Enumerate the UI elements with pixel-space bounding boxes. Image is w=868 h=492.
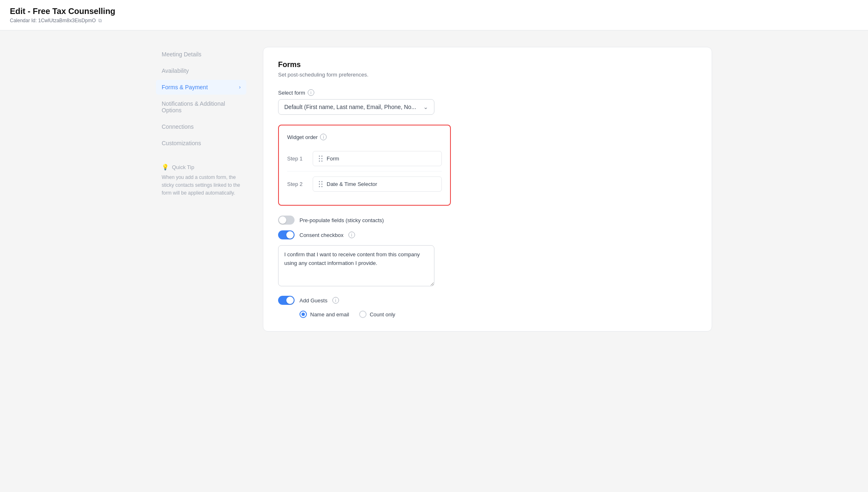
sidebar-item-availability[interactable]: Availability [156, 63, 246, 78]
pre-populate-label: Pre-populate fields (sticky contacts) [299, 217, 384, 223]
chevron-right-icon: › [239, 84, 241, 90]
sidebar-item-meeting-details[interactable]: Meeting Details [156, 47, 246, 62]
step-1-item: Form [313, 151, 442, 166]
step-2-item-label: Date & Time Selector [327, 181, 377, 187]
consent-toggle[interactable] [278, 230, 295, 239]
add-guests-row: Add Guests i [278, 296, 697, 305]
radio-group: Name and email Count only [299, 311, 697, 318]
main-layout: Meeting Details Availability Forms & Pay… [146, 30, 722, 348]
content-panel: Forms Set post-scheduling form preferenc… [263, 47, 712, 332]
add-guests-info-icon[interactable]: i [332, 297, 339, 304]
radio-circle-name-email [299, 311, 307, 318]
consent-info-icon[interactable]: i [348, 232, 355, 238]
page-header: Edit - Free Tax Counselling Calendar Id:… [0, 0, 868, 30]
select-form-info-icon[interactable]: i [308, 89, 314, 96]
select-form-label: Select form i [278, 89, 697, 96]
drag-handle-2[interactable] [319, 181, 323, 187]
sidebar-item-connections[interactable]: Connections [156, 119, 246, 134]
calendar-id: Calendar Id: 1CwlUtzaBm8x3EisDpmO ⧉ [10, 18, 858, 23]
sidebar: Meeting Details Availability Forms & Pay… [156, 47, 246, 332]
quick-tip: 💡 Quick Tip When you add a custom form, … [156, 164, 246, 197]
sidebar-item-forms-payment[interactable]: Forms & Payment › [156, 80, 246, 95]
step-1-label: Step 1 [287, 155, 307, 162]
widget-order-info-icon[interactable]: i [320, 134, 327, 140]
section-title: Forms [278, 60, 697, 69]
add-guests-toggle[interactable] [278, 296, 295, 305]
lightbulb-icon: 💡 [162, 164, 169, 170]
copy-icon[interactable]: ⧉ [98, 18, 102, 23]
section-desc: Set post-scheduling form preferences. [278, 72, 697, 78]
radio-label-name-email: Name and email [310, 311, 349, 318]
radio-count-only[interactable]: Count only [359, 311, 395, 318]
sidebar-nav: Meeting Details Availability Forms & Pay… [156, 47, 246, 151]
step-2-item: Date & Time Selector [313, 176, 442, 192]
step-1-item-label: Form [327, 155, 339, 162]
sidebar-item-customizations[interactable]: Customizations [156, 136, 246, 151]
radio-label-count-only: Count only [370, 311, 395, 318]
widget-order-box: Widget order i Step 1 [278, 125, 451, 206]
add-guests-label: Add Guests [299, 297, 327, 304]
sidebar-item-notifications[interactable]: Notifications & Additional Options [156, 96, 246, 118]
pre-populate-toggle[interactable] [278, 216, 295, 225]
radio-name-email[interactable]: Name and email [299, 311, 349, 318]
step-2-label: Step 2 [287, 181, 307, 187]
consent-textarea[interactable]: I confirm that I want to receive content… [278, 245, 434, 286]
quick-tip-text: When you add a custom form, the sticky c… [162, 174, 241, 197]
page-title: Edit - Free Tax Counselling [10, 7, 858, 16]
select-form-dropdown[interactable]: Default (First name, Last name, Email, P… [278, 99, 434, 115]
drag-handle-1[interactable] [319, 155, 323, 162]
widget-order-header: Widget order i [287, 134, 442, 140]
radio-circle-count-only [359, 311, 367, 318]
consent-checkbox-row: Consent checkbox i [278, 230, 697, 239]
chevron-down-icon: ⌄ [423, 104, 428, 110]
widget-step-2: Step 2 [287, 172, 442, 197]
pre-populate-row: Pre-populate fields (sticky contacts) [278, 216, 697, 225]
consent-label: Consent checkbox [299, 232, 343, 238]
quick-tip-header: 💡 Quick Tip [162, 164, 241, 170]
widget-step-1: Step 1 [287, 146, 442, 172]
